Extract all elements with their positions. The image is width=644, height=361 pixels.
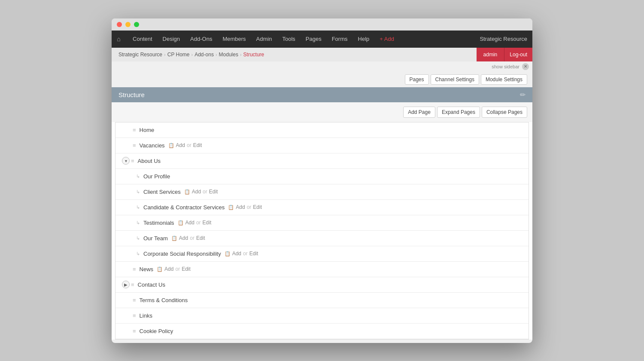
drag-handle-cookie-policy[interactable]: ≡ <box>133 328 136 334</box>
page-actions-testimonials: 📋 Add or Edit <box>178 220 212 226</box>
breadcrumb-addons[interactable]: Add-ons <box>194 52 214 58</box>
page-row-contact-us: ▶ ≡ Contact Us <box>115 277 529 293</box>
page-row-testimonials: ↳ Testimonials 📋 Add or Edit <box>115 215 529 231</box>
drag-handle-news[interactable]: ≡ <box>133 266 136 272</box>
sub-nav: Pages Channel Settings Module Settings <box>112 72 532 87</box>
news-sep: or <box>175 266 180 272</box>
page-title-our-profile[interactable]: Our Profile <box>143 173 170 180</box>
breadcrumb-modules[interactable]: Modules <box>219 52 238 58</box>
page-title-contact-us[interactable]: Contact Us <box>138 281 165 288</box>
expand-button-about-us[interactable]: ▾ <box>122 157 130 165</box>
candidate-add-link[interactable]: Add <box>236 204 245 210</box>
breadcrumb-bar: Strategic Resource › CP Home › Add-ons ›… <box>112 48 532 61</box>
channel-settings-tab[interactable]: Channel Settings <box>431 74 479 85</box>
csr-edit-link[interactable]: Edit <box>249 251 258 257</box>
close-dot[interactable] <box>117 22 122 27</box>
logout-button[interactable]: Log-out <box>504 48 532 61</box>
page-title-about-us[interactable]: About Us <box>138 158 161 164</box>
add-icon-news: 📋 <box>157 266 163 272</box>
breadcrumb-cp-home[interactable]: CP Home <box>167 52 190 58</box>
page-title-testimonials[interactable]: Testimonials <box>143 220 174 226</box>
show-sidebar-label: show sidebar <box>492 64 519 69</box>
drag-handle-terms[interactable]: ≡ <box>133 297 136 303</box>
add-icon-candidate-contractor: 📋 <box>228 205 234 210</box>
csr-sep: or <box>243 251 248 257</box>
page-title-vacancies[interactable]: Vacancies <box>140 142 165 149</box>
page-row-home: ≡ Home <box>115 122 529 138</box>
vacancies-edit-link[interactable]: Edit <box>193 142 202 148</box>
drag-handle-vacancies[interactable]: ≡ <box>133 142 136 149</box>
user-name: admin <box>477 48 504 61</box>
candidate-sep: or <box>247 204 252 210</box>
drag-handle-links[interactable]: ≡ <box>133 312 136 319</box>
sub-arrow-testimonials: ↳ <box>136 220 140 226</box>
breadcrumb-structure[interactable]: Structure <box>243 52 264 58</box>
nav-pages[interactable]: Pages <box>301 31 327 48</box>
page-title-terms[interactable]: Terms & Conditions <box>140 297 188 303</box>
page-title-candidate-contractor[interactable]: Candidate & Contractor Services <box>143 204 225 211</box>
breadcrumb-strategic-resource[interactable]: Strategic Resource <box>118 52 162 58</box>
vacancies-sep: or <box>187 142 191 148</box>
expand-pages-button[interactable]: Expand Pages <box>437 107 480 118</box>
page-title-links[interactable]: Links <box>140 312 152 319</box>
pages-list: ≡ Home ≡ Vacancies 📋 Add or Edit ▾ <box>112 122 532 340</box>
maximize-dot[interactable] <box>134 22 139 27</box>
page-title-csr[interactable]: Corporate Social Responsibility <box>143 251 221 257</box>
structure-title: Structure <box>118 91 145 98</box>
breadcrumb-sep-4: › <box>240 52 242 57</box>
page-title-home[interactable]: Home <box>140 127 155 133</box>
module-settings-tab[interactable]: Module Settings <box>481 74 527 85</box>
our-team-add-link[interactable]: Add <box>179 235 188 241</box>
our-team-sep: or <box>190 235 194 241</box>
testimonials-edit-link[interactable]: Edit <box>203 220 212 226</box>
drag-handle-home[interactable]: ≡ <box>133 127 136 133</box>
add-icon-testimonials: 📋 <box>178 220 184 226</box>
nav-design[interactable]: Design <box>158 31 185 48</box>
drag-handle-contact-us[interactable]: ≡ <box>131 281 134 288</box>
app-window: ⌂ Content Design Add-Ons Members Admin T… <box>112 18 532 343</box>
news-edit-link[interactable]: Edit <box>182 266 191 272</box>
add-icon-csr: 📋 <box>225 251 231 257</box>
client-services-edit-link[interactable]: Edit <box>209 189 218 195</box>
page-actions-news: 📋 Add or Edit <box>157 266 191 272</box>
collapse-pages-button[interactable]: Collapse Pages <box>482 107 527 118</box>
sub-arrow-csr: ↳ <box>136 251 140 257</box>
vacancies-add-link[interactable]: Add <box>176 142 185 148</box>
expand-button-contact-us[interactable]: ▶ <box>122 281 130 288</box>
nav-content[interactable]: Content <box>128 31 158 48</box>
add-icon-our-team: 📋 <box>171 236 177 241</box>
page-title-client-services[interactable]: Client Services <box>143 189 181 195</box>
drag-handle-about-us[interactable]: ≡ <box>131 158 134 164</box>
testimonials-add-link[interactable]: Add <box>185 220 194 226</box>
sub-arrow-our-profile: ↳ <box>136 174 140 179</box>
page-row-client-services: ↳ Client Services 📋 Add or Edit <box>115 184 529 200</box>
news-add-link[interactable]: Add <box>164 266 173 272</box>
page-actions-candidate-contractor: 📋 Add or Edit <box>228 204 262 210</box>
breadcrumb-sep-2: › <box>191 52 193 57</box>
candidate-edit-link[interactable]: Edit <box>253 204 262 210</box>
nav-items: Content Design Add-Ons Members Admin Too… <box>128 31 480 48</box>
our-team-edit-link[interactable]: Edit <box>196 235 205 241</box>
pages-outer-list: ≡ Home ≡ Vacancies 📋 Add or Edit ▾ <box>115 122 529 340</box>
pages-tab[interactable]: Pages <box>405 74 429 85</box>
sidebar-close-button[interactable]: ✕ <box>522 63 529 70</box>
minimize-dot[interactable] <box>125 22 131 27</box>
nav-help[interactable]: Help <box>353 31 375 48</box>
csr-add-link[interactable]: Add <box>232 251 241 257</box>
nav-forms[interactable]: Forms <box>327 31 353 48</box>
page-title-our-team[interactable]: Our Team <box>143 235 168 242</box>
expand-col-about-us: ▾ <box>121 157 131 165</box>
expand-col-contact-us: ▶ <box>121 281 131 288</box>
nav-add-button[interactable]: + Add <box>374 31 399 48</box>
page-title-news[interactable]: News <box>140 266 154 272</box>
client-services-add-link[interactable]: Add <box>192 189 201 195</box>
page-actions-csr: 📋 Add or Edit <box>225 251 258 257</box>
page-title-cookie-policy[interactable]: Cookie Policy <box>140 328 173 334</box>
nav-tools[interactable]: Tools <box>277 31 300 48</box>
action-bar: Add Page Expand Pages Collapse Pages <box>112 102 532 122</box>
nav-admin[interactable]: Admin <box>251 31 277 48</box>
add-page-button[interactable]: Add Page <box>403 107 435 118</box>
home-icon[interactable]: ⌂ <box>117 35 121 43</box>
nav-addons[interactable]: Add-Ons <box>185 31 217 48</box>
nav-members[interactable]: Members <box>217 31 251 48</box>
